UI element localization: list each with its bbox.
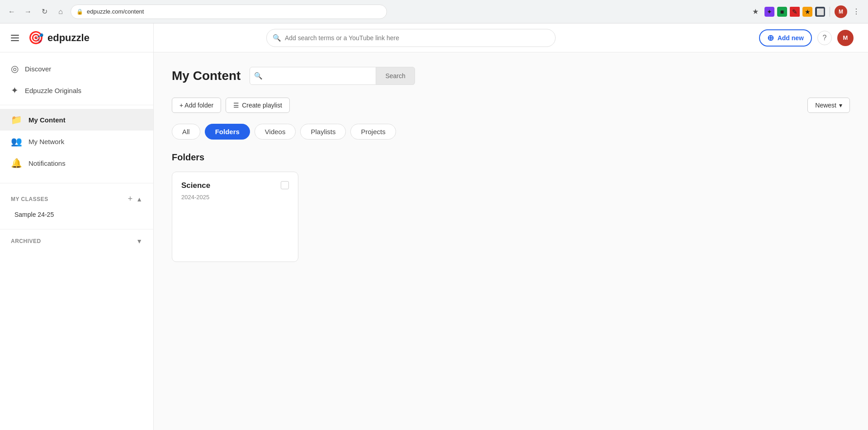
back-button[interactable]: ← [5, 5, 18, 18]
add-class-button[interactable]: + [128, 194, 133, 204]
browser-chrome: ← → ↻ ⌂ 🔒 edpuzzle.com/content ★ ✦ ■ ✎ ★… [0, 0, 868, 23]
archived-header[interactable]: ARCHIVED ▼ [0, 233, 153, 249]
help-icon: ? [823, 34, 827, 42]
create-playlist-label: Create playlist [242, 102, 282, 109]
sidebar-divider-1 [0, 105, 153, 105]
main-area: 🔍 ⊕ Add new ? M My Cont [154, 23, 868, 430]
folder-card-header: Science [181, 181, 289, 190]
originals-label: Edpuzzle Originals [25, 87, 81, 94]
tab-projects-label: Projects [361, 128, 385, 136]
logo-text: edpuzzle [47, 32, 90, 44]
tab-playlists[interactable]: Playlists [300, 124, 346, 140]
notifications-label: Notifications [28, 159, 66, 167]
diamond-icon: ✦ [11, 85, 19, 96]
my-content-label: My Content [28, 116, 66, 124]
archived-label: ARCHIVED [11, 238, 41, 244]
toolbar: + Add folder ☰ Create playlist Newest ▾ [172, 98, 850, 113]
main-top-bar: 🔍 ⊕ Add new ? M [154, 23, 868, 52]
page-search-button[interactable]: Search [376, 67, 415, 85]
logo-link[interactable]: 🎯 edpuzzle [28, 30, 90, 45]
sidebar-item-my-network[interactable]: 👥 My Network [0, 131, 153, 152]
add-folder-label: + Add folder [179, 102, 213, 109]
sidebar-item-originals[interactable]: ✦ Edpuzzle Originals [0, 79, 153, 101]
ext-green[interactable]: ■ [777, 7, 787, 17]
logo-icon: 🎯 [28, 30, 44, 45]
folder-subtitle: 2024-2025 [181, 194, 289, 201]
top-bar: 🎯 edpuzzle [0, 23, 153, 52]
page-search-wrapper: 🔍 Search [250, 67, 415, 85]
sidebar-divider-2 [0, 183, 153, 183]
my-network-label: My Network [28, 138, 64, 145]
classes-controls: + ▲ [128, 194, 142, 204]
divider [830, 7, 830, 17]
sidebar-nav: ◎ Discover ✦ Edpuzzle Originals 📁 My Con… [0, 52, 153, 179]
ext-dark[interactable]: ⬜ [815, 7, 825, 17]
sidebar-item-discover[interactable]: ◎ Discover [0, 58, 153, 79]
url-text: edpuzzle.com/content [87, 8, 144, 15]
filter-tabs: All Folders Videos Playlists Projects [172, 124, 850, 140]
page-search-icon: 🔍 [254, 72, 263, 80]
menu-button[interactable]: ⋮ [850, 5, 863, 18]
global-search-icon: 🔍 [273, 34, 281, 42]
content-inner: My Content 🔍 Search + Add folder [154, 52, 868, 276]
folders-grid: Science 2024-2025 [172, 172, 850, 262]
chevron-down-icon: ▾ [839, 102, 842, 109]
global-search-input[interactable] [266, 29, 556, 47]
ext-orange[interactable]: ★ [802, 7, 812, 17]
add-folder-button[interactable]: + Add folder [172, 98, 221, 113]
sidebar-divider-3 [0, 229, 153, 229]
sidebar-item-my-content[interactable]: 📁 My Content [0, 109, 153, 131]
folder-checkbox[interactable] [281, 181, 289, 189]
add-new-icon: ⊕ [767, 33, 774, 43]
browser-user-avatar[interactable]: M [835, 5, 847, 18]
folder-name: Science [181, 181, 210, 190]
sort-label: Newest [815, 102, 836, 109]
folders-section-title: Folders [172, 152, 850, 163]
main-content: My Content 🔍 Search + Add folder [154, 52, 868, 430]
tab-playlists-label: Playlists [311, 128, 335, 136]
tab-all-label: All [182, 128, 190, 136]
class-name: Sample 24-25 [14, 211, 54, 218]
global-search-wrapper: 🔍 [266, 29, 556, 47]
my-classes-label: MY CLASSES [11, 196, 48, 202]
classes-section: MY CLASSES + ▲ Sample 24-25 [0, 187, 153, 225]
sidebar: 🎯 edpuzzle ◎ Discover ✦ Edpuzzle Origina… [0, 23, 154, 430]
network-icon: 👥 [11, 136, 22, 147]
create-playlist-button[interactable]: ☰ Create playlist [226, 98, 290, 113]
classes-header[interactable]: MY CLASSES + ▲ [11, 191, 142, 207]
toolbar-left: + Add folder ☰ Create playlist [172, 98, 290, 113]
collapse-archived-button[interactable]: ▼ [136, 238, 142, 245]
lock-icon: 🔒 [76, 9, 83, 15]
class-item-sample[interactable]: Sample 24-25 [11, 207, 142, 222]
tab-videos-label: Videos [265, 128, 286, 136]
tab-all[interactable]: All [172, 124, 200, 140]
browser-actions: ★ ✦ ■ ✎ ★ ⬜ M ⋮ [749, 5, 863, 18]
sort-dropdown[interactable]: Newest ▾ [807, 98, 850, 113]
collapse-classes-button[interactable]: ▲ [136, 196, 142, 203]
tab-projects[interactable]: Projects [350, 124, 396, 140]
page-header: My Content 🔍 Search [172, 67, 850, 85]
reload-button[interactable]: ↻ [38, 5, 51, 18]
page-search-input[interactable] [250, 67, 376, 85]
home-button[interactable]: ⌂ [54, 5, 67, 18]
hamburger-button[interactable] [9, 33, 21, 43]
add-new-button[interactable]: ⊕ Add new [759, 29, 812, 47]
ext-purple[interactable]: ✦ [764, 7, 774, 17]
tab-folders-label: Folders [215, 128, 240, 136]
user-avatar[interactable]: M [837, 30, 854, 46]
ext-red[interactable]: ✎ [790, 7, 800, 17]
sidebar-item-notifications[interactable]: 🔔 Notifications [0, 152, 153, 174]
discover-label: Discover [25, 65, 51, 73]
bookmark-button[interactable]: ★ [749, 5, 762, 18]
address-bar[interactable]: 🔒 edpuzzle.com/content [71, 5, 387, 19]
forward-button[interactable]: → [22, 5, 34, 18]
folder-icon: 📁 [11, 114, 22, 125]
add-new-label: Add new [778, 34, 804, 42]
folders-section: Folders Science 2024-2025 [172, 152, 850, 262]
help-button[interactable]: ? [817, 31, 832, 45]
playlist-icon: ☰ [233, 102, 239, 109]
app-container: 🎯 edpuzzle ◎ Discover ✦ Edpuzzle Origina… [0, 23, 868, 430]
folder-card-science[interactable]: Science 2024-2025 [172, 172, 298, 262]
tab-folders[interactable]: Folders [205, 124, 250, 140]
tab-videos[interactable]: Videos [255, 124, 296, 140]
